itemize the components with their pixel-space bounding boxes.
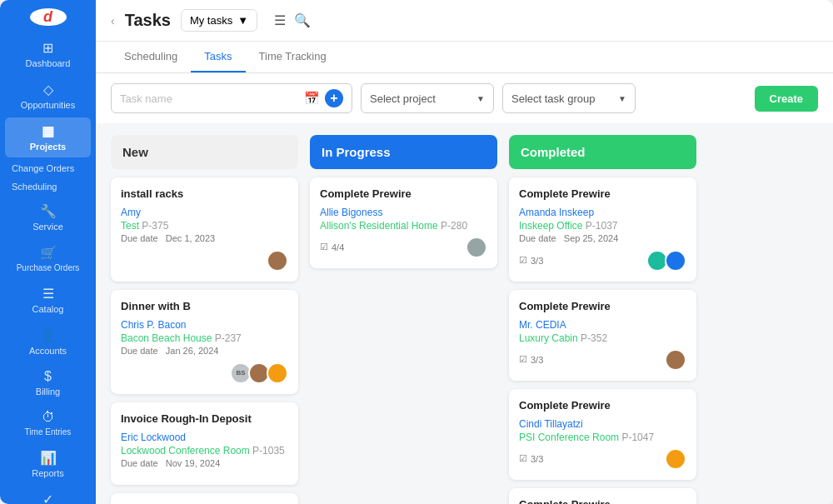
chevron-down-icon: ▼ — [618, 94, 626, 103]
time-entries-icon: ⏱ — [42, 410, 55, 425]
card-footer: ☑ 3/3 — [519, 349, 686, 371]
card-project: Bacon Beach House P-237 — [121, 332, 288, 344]
sidebar-item-to-dos[interactable]: ✓ To Dos — [5, 486, 91, 504]
header: ‹ Tasks My tasks ▼ ☰ 🔍 — [96, 0, 833, 42]
card-project: Luxury Cabin P-352 — [519, 332, 686, 344]
card-check: ☑ 3/3 — [519, 255, 543, 266]
sidebar-item-label: Catalog — [32, 304, 64, 314]
sidebar-item-billing[interactable]: $ Billing — [5, 363, 91, 402]
sidebar-item-label: Billing — [36, 387, 60, 397]
task-card[interactable]: Invoice Rough-In Deposit — [111, 493, 298, 504]
task-name-placeholder: Task name — [120, 92, 172, 105]
column-new: New install racks Amy Test P-375 Due dat… — [111, 135, 298, 492]
card-footer — [121, 250, 288, 272]
avatar — [466, 237, 487, 258]
billing-icon: $ — [44, 369, 52, 384]
card-title: Dinner with B — [121, 300, 288, 314]
search-icon[interactable]: 🔍 — [294, 12, 311, 28]
task-name-field[interactable]: Task name 📅 + — [111, 83, 352, 113]
card-title: Complete Prewire — [519, 399, 686, 413]
tab-time-tracking[interactable]: Time Tracking — [246, 42, 340, 72]
sidebar-item-reports[interactable]: 📊 Reports — [5, 444, 91, 484]
task-card[interactable]: Invoice Rough-In Deposit Eric Lockwood L… — [111, 402, 298, 485]
purchase-orders-icon: 🛒 — [40, 245, 57, 261]
sidebar-item-label: Projects — [30, 142, 66, 152]
card-due: Due date Nov 19, 2024 — [121, 458, 288, 468]
calendar-icon: 📅 — [304, 91, 320, 106]
column-header-in-progress: In Progress — [310, 135, 497, 169]
avatar — [665, 448, 686, 470]
sidebar-item-catalog[interactable]: ☰ Catalog — [5, 280, 91, 320]
card-check: ☑ 4/4 — [320, 242, 344, 252]
filter-icon[interactable]: ☰ — [274, 12, 286, 28]
tasks-dropdown[interactable]: My tasks ▼ — [181, 9, 257, 32]
avatar — [267, 250, 288, 272]
card-avatars — [466, 237, 487, 258]
task-card[interactable]: Complete Prewire Amanda Inskeep Inskeep … — [509, 177, 696, 282]
card-due: Due date Dec 1, 2023 — [121, 233, 288, 243]
sidebar-item-dashboard[interactable]: ⊞ Dashboard — [5, 34, 91, 74]
task-card[interactable]: Complete Prewire Zachary Geringer Gering… — [509, 488, 696, 504]
create-button[interactable]: Create — [755, 86, 818, 112]
projects-sub-nav: Change Orders Scheduling — [0, 159, 96, 196]
avatar — [665, 349, 686, 371]
sidebar-item-scheduling[interactable]: Scheduling — [0, 177, 96, 196]
sidebar-item-label: Accounts — [29, 346, 67, 356]
task-card[interactable]: Dinner with B Chris P. Bacon Bacon Beach… — [111, 290, 298, 394]
card-person: Amanda Inskeep — [519, 207, 686, 218]
check-icon: ☑ — [519, 255, 527, 266]
main-content: ‹ Tasks My tasks ▼ ☰ 🔍 Scheduling Tasks … — [96, 0, 833, 504]
sidebar-item-projects[interactable]: ▦ Projects — [5, 117, 91, 157]
card-footer: ☑ 4/4 — [320, 237, 487, 258]
column-header-completed: Completed — [509, 135, 696, 169]
chevron-down-icon: ▼ — [237, 14, 248, 27]
sidebar-item-purchase-orders[interactable]: 🛒 Purchase Orders — [5, 239, 91, 278]
card-project: Allison's Residential Home P-280 — [320, 220, 487, 232]
tab-scheduling[interactable]: Scheduling — [111, 42, 191, 72]
card-check: ☑ 3/3 — [519, 354, 543, 365]
header-icons: ☰ 🔍 — [274, 12, 311, 28]
sidebar-item-opportunities[interactable]: ◇ Opportunities — [5, 76, 91, 116]
sidebar-item-label: Time Entries — [25, 427, 72, 437]
card-person: Allie Bigoness — [320, 207, 487, 218]
card-title: Complete Prewire — [519, 300, 686, 314]
chevron-down-icon: ▼ — [476, 94, 485, 103]
sidebar-item-label: Purchase Orders — [17, 263, 80, 272]
check-icon: ☑ — [320, 242, 328, 252]
reports-icon: 📊 — [40, 450, 57, 466]
card-project: Lockwood Conference Room P-1035 — [121, 445, 288, 457]
sidebar-item-label: Service — [32, 222, 63, 232]
add-task-icon[interactable]: + — [325, 89, 343, 107]
card-project: Inskeep Office P-1037 — [519, 220, 686, 232]
task-card[interactable]: Complete Prewire Cindi Tillayatzi PSI Co… — [509, 389, 696, 480]
to-dos-icon: ✓ — [42, 492, 53, 504]
sidebar-item-time-entries[interactable]: ⏱ Time Entries — [5, 404, 91, 442]
task-card[interactable]: Complete Prewire Allie Bigoness Allison'… — [310, 177, 497, 268]
catalog-icon: ☰ — [42, 286, 54, 302]
logo-text: d — [43, 8, 52, 26]
check-icon: ☑ — [519, 453, 527, 464]
task-card[interactable]: install racks Amy Test P-375 Due date De… — [111, 177, 298, 282]
card-footer: ☑ 3/3 — [519, 250, 686, 272]
opportunities-icon: ◇ — [43, 82, 53, 97]
column-header-new: New — [111, 135, 298, 169]
column-in-progress: In Progress Complete Prewire Allie Bigon… — [310, 135, 497, 492]
tab-tasks[interactable]: Tasks — [191, 42, 245, 72]
avatar — [267, 362, 288, 384]
card-title: Complete Prewire — [320, 187, 487, 202]
card-avatars: BS — [230, 362, 288, 384]
sidebar-item-service[interactable]: 🔧 Service — [5, 197, 91, 237]
sidebar-item-change-orders[interactable]: Change Orders — [0, 159, 96, 177]
logo: d — [30, 8, 67, 26]
card-person: Chris P. Bacon — [121, 319, 288, 331]
card-title: Invoice Rough-In Deposit — [121, 412, 288, 427]
task-card[interactable]: Complete Prewire Mr. CEDIA Luxury Cabin … — [509, 290, 696, 381]
card-person: Mr. CEDIA — [519, 319, 686, 331]
select-task-group-dropdown[interactable]: Select task group ▼ — [502, 83, 636, 113]
select-project-dropdown[interactable]: Select project ▼ — [361, 83, 494, 113]
sidebar-item-accounts[interactable]: 👤 Accounts — [5, 322, 91, 362]
card-title: Complete Prewire — [519, 187, 686, 202]
card-title: Complete Prewire — [519, 498, 686, 504]
back-button[interactable]: ‹ — [111, 14, 115, 27]
card-avatars — [267, 250, 288, 272]
